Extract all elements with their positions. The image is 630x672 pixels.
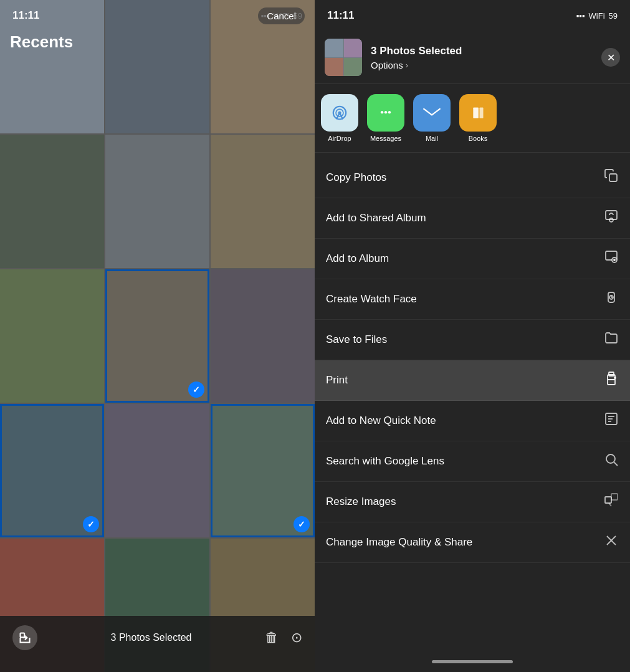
svg-rect-0	[21, 633, 25, 638]
share-options-button[interactable]: Options ›	[371, 60, 593, 70]
action-list: Copy Photos Add to Shared Album Add to A…	[315, 153, 630, 651]
bottom-toolbar: 3 Photos Selected 🗑 ⊙	[0, 616, 315, 672]
search-icon	[604, 452, 619, 471]
mail-icon	[413, 94, 451, 132]
action-google-lens[interactable]: Search with Google Lens	[315, 441, 630, 482]
home-indicator	[315, 651, 630, 672]
airdrop-icon	[321, 94, 358, 132]
svg-rect-14	[609, 174, 617, 181]
files-icon	[604, 330, 619, 349]
cancel-button[interactable]: Cancel	[258, 7, 305, 24]
thumb-2	[344, 39, 363, 57]
quality-share-icon	[604, 533, 619, 552]
action-resize-images[interactable]: Resize Images	[315, 482, 630, 522]
checkmark-icon	[83, 516, 99, 532]
options-label: Options	[371, 60, 403, 70]
right-time: 11:11	[327, 9, 354, 22]
recents-label: Recents	[10, 32, 73, 52]
messages-icon	[367, 94, 404, 132]
delete-icon[interactable]: 🗑	[265, 630, 279, 646]
selection-count-label: 3 Photos Selected	[111, 632, 192, 643]
right-panel: 11:11 ▪▪▪ WiFi 59 3 Photos Selected Opti…	[315, 0, 630, 672]
google-lens-label: Search with Google Lens	[326, 455, 444, 468]
svg-rect-13	[480, 108, 484, 118]
action-copy-photos[interactable]: Copy Photos	[315, 158, 630, 198]
svg-point-9	[388, 111, 391, 113]
create-watch-face-label: Create Watch Face	[326, 293, 417, 305]
svg-point-7	[381, 111, 383, 113]
toolbar-right-icons: 🗑 ⊙	[265, 630, 302, 646]
app-books[interactable]: Books	[459, 94, 497, 142]
more-icon[interactable]: ⊙	[291, 630, 302, 646]
app-row: AirDrop Messages Mail	[315, 84, 630, 153]
signal-icon: ▪▪▪	[576, 11, 585, 21]
svg-point-27	[614, 377, 616, 378]
wifi-icon: WiFi	[589, 11, 605, 21]
quick-note-label: Add to New Quick Note	[326, 415, 436, 427]
share-button[interactable]	[12, 625, 37, 650]
checkmark-icon	[294, 516, 310, 532]
svg-rect-26	[609, 372, 614, 376]
app-airdrop[interactable]: AirDrop	[321, 94, 358, 142]
svg-rect-12	[473, 108, 479, 118]
action-add-shared-album[interactable]: Add to Shared Album	[315, 198, 630, 239]
add-shared-album-label: Add to Shared Album	[326, 212, 426, 224]
save-files-label: Save to Files	[326, 334, 387, 346]
svg-rect-35	[611, 494, 618, 500]
share-header: 3 Photos Selected Options › ✕	[315, 31, 630, 84]
quick-note-icon	[604, 411, 619, 430]
thumb-4	[344, 58, 363, 77]
svg-point-32	[606, 454, 615, 463]
checkmark-icon	[188, 382, 204, 398]
thumb-1	[325, 39, 343, 57]
resize-icon	[604, 492, 619, 511]
messages-label: Messages	[370, 135, 401, 142]
add-album-icon	[604, 249, 619, 268]
app-mail[interactable]: Mail	[413, 94, 451, 142]
thumb-3	[325, 58, 343, 77]
print-icon	[604, 371, 619, 390]
share-title-area: 3 Photos Selected Options ›	[362, 45, 601, 70]
overlay	[0, 0, 315, 672]
shared-album-icon	[604, 209, 619, 228]
left-time: 11:11	[12, 9, 39, 22]
action-quick-note[interactable]: Add to New Quick Note	[315, 401, 630, 441]
change-quality-label: Change Image Quality & Share	[326, 536, 472, 549]
right-status-bar: 11:11 ▪▪▪ WiFi 59	[315, 0, 630, 31]
app-messages[interactable]: Messages	[367, 94, 404, 142]
svg-line-33	[614, 463, 618, 466]
right-status-icons: ▪▪▪ WiFi 59	[576, 11, 618, 21]
watch-icon	[604, 290, 619, 309]
close-button[interactable]: ✕	[601, 48, 620, 67]
action-print[interactable]: Print	[315, 360, 630, 401]
copy-photos-label: Copy Photos	[326, 171, 386, 184]
svg-rect-25	[608, 380, 615, 385]
books-label: Books	[469, 135, 488, 142]
action-create-watch-face[interactable]: Create Watch Face	[315, 279, 630, 320]
svg-rect-10	[423, 108, 440, 120]
action-save-files[interactable]: Save to Files	[315, 320, 630, 360]
svg-point-8	[384, 111, 387, 113]
action-add-album[interactable]: Add to Album	[315, 239, 630, 279]
airdrop-label: AirDrop	[328, 135, 351, 142]
share-title: 3 Photos Selected	[371, 45, 593, 57]
battery-icon: 59	[609, 11, 618, 21]
svg-rect-34	[605, 497, 611, 503]
books-icon	[459, 94, 497, 132]
print-label: Print	[326, 374, 348, 386]
home-bar	[432, 660, 513, 663]
add-album-label: Add to Album	[326, 252, 389, 265]
resize-images-label: Resize Images	[326, 496, 396, 508]
share-thumbnail	[325, 39, 362, 76]
svg-point-16	[609, 218, 613, 222]
chevron-right-icon: ›	[406, 60, 408, 70]
action-change-quality[interactable]: Change Image Quality & Share	[315, 522, 630, 563]
left-panel: 11:11 ▪▪▪ WiFi 59 Recents Cancel 3 Photo…	[0, 0, 315, 672]
copy-icon	[604, 168, 619, 187]
mail-label: Mail	[426, 135, 438, 142]
